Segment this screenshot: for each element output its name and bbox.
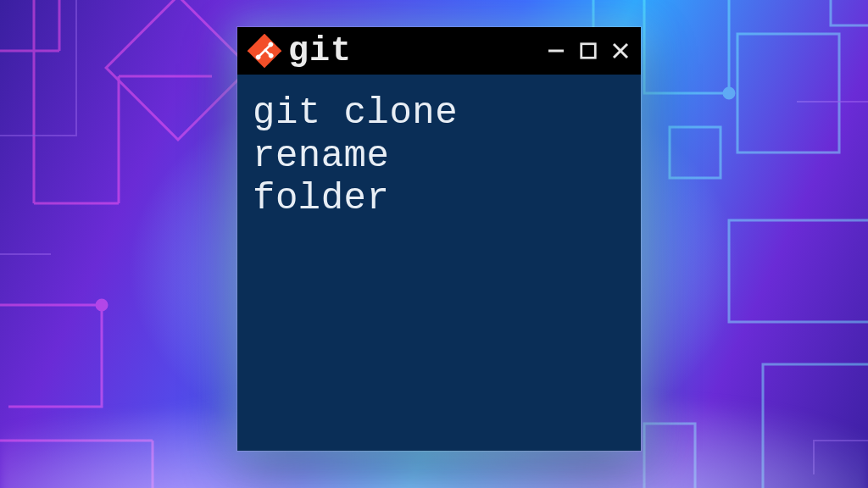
svg-point-1 xyxy=(97,300,107,310)
svg-point-3 xyxy=(724,88,734,98)
minimize-button[interactable] xyxy=(546,41,566,61)
maximize-button[interactable] xyxy=(578,41,598,61)
svg-rect-4 xyxy=(670,127,721,178)
close-button[interactable] xyxy=(610,41,631,61)
minimize-icon xyxy=(546,41,566,61)
window-title-group: git xyxy=(248,32,352,70)
close-icon xyxy=(610,41,631,61)
window-controls xyxy=(546,41,631,61)
svg-rect-2 xyxy=(737,34,839,152)
window-titlebar[interactable]: git xyxy=(237,27,641,75)
terminal-window: git git clone rename folder xyxy=(237,27,641,451)
terminal-body[interactable]: git clone rename folder xyxy=(237,75,641,451)
window-title: git xyxy=(288,32,352,70)
svg-rect-12 xyxy=(581,44,596,58)
terminal-text: git clone rename folder xyxy=(253,92,626,220)
maximize-icon xyxy=(579,42,598,60)
git-logo-icon xyxy=(248,34,281,68)
svg-rect-0 xyxy=(106,0,250,140)
